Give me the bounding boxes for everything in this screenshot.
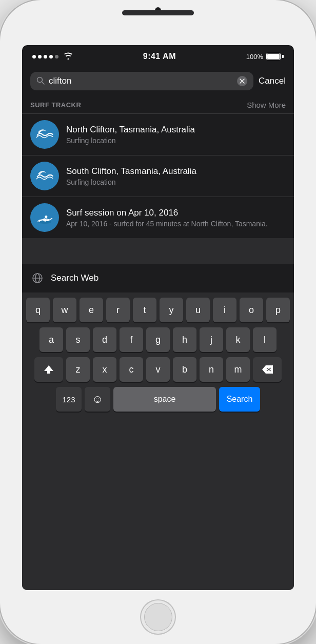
battery-area: 100% <box>246 53 284 61</box>
screen: 9:41 AM 100% clif <box>22 45 294 590</box>
result-title-south-clifton: South Clifton, Tasmania, Australia <box>66 166 286 177</box>
dark-spacer <box>22 238 294 264</box>
space-key[interactable]: space <box>113 387 216 412</box>
search-input-wrapper[interactable]: clifton <box>30 72 253 90</box>
search-icon <box>36 76 45 86</box>
result-text-north-clifton: North Clifton, Tasmania, Australia Surfi… <box>66 125 286 145</box>
key-i[interactable]: i <box>213 298 236 322</box>
key-q[interactable]: q <box>26 298 50 322</box>
key-h[interactable]: h <box>173 327 196 352</box>
key-y[interactable]: y <box>160 298 183 322</box>
keyboard-row-4: 123 ☺ space Search <box>24 387 292 412</box>
key-j[interactable]: j <box>200 327 223 352</box>
clear-button[interactable] <box>237 76 247 86</box>
keyboard-row-1: q w e r t y u i o p <box>24 298 292 322</box>
signal-dot-3 <box>44 55 47 58</box>
search-web-label[interactable]: Search Web <box>51 273 98 283</box>
search-web-row[interactable]: Search Web <box>22 264 294 292</box>
home-button-inner <box>144 603 172 631</box>
search-bar-row: clifton Cancel <box>22 68 294 94</box>
key-b[interactable]: b <box>173 357 196 382</box>
key-t[interactable]: t <box>133 298 156 322</box>
key-f[interactable]: f <box>120 327 143 352</box>
result-title-north-clifton: North Clifton, Tasmania, Australia <box>66 125 286 135</box>
key-g[interactable]: g <box>146 327 170 352</box>
svg-point-8 <box>45 216 47 218</box>
result-text-south-clifton: South Clifton, Tasmania, Australia Surfi… <box>66 166 286 186</box>
section-header: SURF TRACKR Show More <box>22 94 294 113</box>
key-n[interactable]: n <box>200 357 223 382</box>
signal-dot-4 <box>49 55 53 58</box>
signal-indicators <box>32 52 73 61</box>
key-k[interactable]: k <box>226 327 250 352</box>
result-item-south-clifton[interactable]: South Clifton, Tasmania, Australia Surfi… <box>22 155 294 197</box>
emoji-key[interactable]: ☺ <box>85 387 110 412</box>
key-v[interactable]: v <box>146 357 170 382</box>
numbers-key[interactable]: 123 <box>56 387 82 412</box>
battery-percentage: 100% <box>246 53 263 61</box>
key-z[interactable]: z <box>66 357 90 382</box>
key-d[interactable]: d <box>93 327 116 352</box>
search-web-icon <box>30 271 45 285</box>
svg-line-1 <box>42 82 45 84</box>
result-icon-south-clifton <box>30 162 59 190</box>
phone-frame: 9:41 AM 100% clif <box>0 0 316 644</box>
key-r[interactable]: r <box>106 298 130 322</box>
shift-key[interactable] <box>34 357 63 382</box>
cancel-button[interactable]: Cancel <box>259 76 286 86</box>
speaker <box>122 10 194 15</box>
home-button[interactable] <box>140 599 176 635</box>
result-title-surf-session: Surf session on Apr 10, 2016 <box>66 208 286 218</box>
backspace-key[interactable] <box>253 357 282 382</box>
key-e[interactable]: e <box>80 298 103 322</box>
result-subtitle-south-clifton: Surfing location <box>66 178 286 186</box>
search-input[interactable]: clifton <box>49 76 233 86</box>
show-more-button[interactable]: Show More <box>247 101 286 109</box>
signal-dot-5 <box>55 55 58 58</box>
key-s[interactable]: s <box>66 327 90 352</box>
key-o[interactable]: o <box>240 298 263 322</box>
keyboard: q w e r t y u i o p a s d f g h j k <box>22 292 294 590</box>
status-bar: 9:41 AM 100% <box>22 45 294 68</box>
key-x[interactable]: x <box>93 357 116 382</box>
result-item-surf-session[interactable]: Surf session on Apr 10, 2016 Apr 10, 201… <box>22 197 294 238</box>
status-time: 9:41 AM <box>143 52 176 61</box>
result-subtitle-north-clifton: Surfing location <box>66 136 286 145</box>
result-item-north-clifton[interactable]: North Clifton, Tasmania, Australia Surfi… <box>22 113 294 155</box>
battery-icon <box>266 53 284 60</box>
search-key[interactable]: Search <box>219 387 260 412</box>
wifi-icon <box>64 52 73 61</box>
result-subtitle-surf-session: Apr 10, 2016 - surfed for 45 minutes at … <box>66 220 286 228</box>
result-icon-north-clifton <box>30 120 59 149</box>
key-m[interactable]: m <box>226 357 250 382</box>
result-text-surf-session: Surf session on Apr 10, 2016 Apr 10, 201… <box>66 208 286 228</box>
result-icon-surf-session <box>30 203 59 232</box>
key-l[interactable]: l <box>253 327 276 352</box>
signal-dot-2 <box>38 55 42 58</box>
key-a[interactable]: a <box>40 327 63 352</box>
key-c[interactable]: c <box>120 357 143 382</box>
signal-dot-1 <box>32 55 36 58</box>
keyboard-row-3: z x c v b n m <box>24 357 292 382</box>
section-title: SURF TRACKR <box>30 101 81 109</box>
keyboard-row-2: a s d f g h j k l <box>24 327 292 352</box>
svg-point-6 <box>34 207 55 228</box>
key-w[interactable]: w <box>53 298 76 322</box>
key-p[interactable]: p <box>266 298 290 322</box>
key-u[interactable]: u <box>186 298 210 322</box>
